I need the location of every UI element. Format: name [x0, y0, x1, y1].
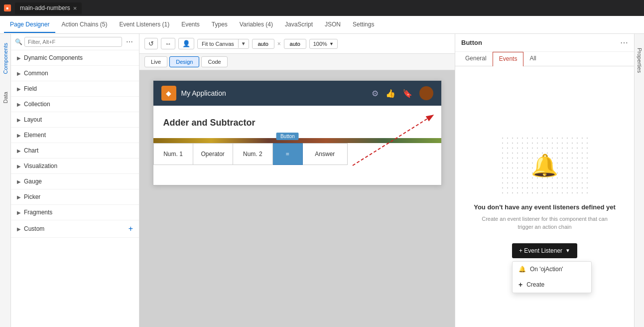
list-item-element[interactable]: ▶ Element	[11, 128, 139, 143]
list-item-gauge[interactable]: ▶ Gauge	[11, 174, 139, 189]
form-row: Num. 1 Operator Num. 2 Button = Answer	[153, 143, 441, 165]
data-tab-label[interactable]: Data	[1, 88, 9, 107]
chevron-right-icon: ▶	[17, 210, 21, 215]
file-icon: ■	[4, 4, 11, 11]
panel-more-icon[interactable]: ⋯	[620, 38, 628, 47]
user-button[interactable]: 👤	[178, 38, 194, 49]
panel-tabs: General Events All	[455, 52, 634, 66]
dropdown-item-create[interactable]: + Create	[513, 277, 591, 293]
list-item-fragments[interactable]: ▶ Fragments	[11, 205, 139, 220]
thumbs-up-icon[interactable]: 👍	[386, 89, 395, 98]
canvas-toolbar: ↺ ↔ 👤 Fit to Canvas ▼ × 100% ▼	[139, 34, 455, 54]
properties-vert-label[interactable]: Properties	[636, 44, 644, 77]
bell-icon: 🔔	[531, 153, 558, 178]
refresh-button[interactable]: ↺	[144, 38, 158, 49]
item-label: Field	[24, 85, 37, 92]
zoom-value: 100%	[313, 41, 327, 47]
form-cell-num1: Num. 1	[153, 143, 193, 165]
chevron-right-icon: ▶	[17, 164, 21, 169]
list-item-visualization[interactable]: ▶ Visualization	[11, 159, 139, 174]
list-item-chart[interactable]: ▶ Chart	[11, 143, 139, 159]
chevron-right-icon: ▶	[17, 55, 21, 61]
item-label: Fragments	[24, 209, 52, 216]
chevron-right-icon: ▶	[17, 133, 21, 138]
dropdown-arrow-icon[interactable]: ▼	[238, 39, 249, 48]
tab-types[interactable]: Types	[206, 17, 234, 33]
more-options-icon[interactable]: ⋯	[124, 37, 135, 47]
item-label: Element	[24, 132, 46, 139]
form-cell-num2: Num. 2	[233, 143, 273, 165]
item-label: Dynamic Components	[24, 54, 83, 61]
dropdown-item-ojaction[interactable]: 🔔 On 'ojAction'	[513, 262, 591, 277]
components-panel: 🔍 ⋯ ▶ Dynamic Components ▶ Common ▶ Fiel…	[11, 34, 139, 327]
item-label: Layout	[24, 116, 42, 123]
canvas-mode-bar: Live Design Code	[139, 54, 455, 70]
file-tab[interactable]: main-add-numbers ×	[15, 2, 82, 14]
item-label: Custom	[24, 225, 44, 232]
item-label: Chart	[24, 147, 38, 154]
tab-page-designer[interactable]: Page Designer	[4, 17, 55, 33]
header-icons: ⚙ 👍 🔖	[372, 86, 433, 100]
tab-variables[interactable]: Variables (4)	[234, 17, 279, 33]
add-custom-icon[interactable]: +	[129, 224, 133, 233]
close-icon[interactable]: ×	[73, 4, 77, 12]
app-name: My Application	[181, 89, 226, 97]
canvas-area: ↺ ↔ 👤 Fit to Canvas ▼ × 100% ▼ Live Desi…	[139, 34, 455, 327]
tab-general[interactable]: General	[459, 52, 493, 66]
navigate-button[interactable]: ↔	[161, 38, 175, 49]
button-label: + Event Listener	[519, 247, 562, 254]
width-input[interactable]	[252, 39, 274, 49]
tab-all[interactable]: All	[523, 52, 542, 66]
gear-icon[interactable]: ⚙	[372, 89, 379, 98]
tab-action-chains[interactable]: Action Chains (5)	[55, 17, 113, 33]
right-panel-header: Button ⋯	[455, 34, 634, 52]
tab-settings[interactable]: Settings	[347, 17, 380, 33]
panel-title: Button	[461, 39, 482, 46]
list-item-common[interactable]: ▶ Common	[11, 66, 139, 81]
button-cell[interactable]: Button =	[273, 143, 303, 165]
code-mode-button[interactable]: Code	[201, 56, 227, 67]
button-label-badge: Button	[276, 133, 299, 140]
live-mode-button[interactable]: Live	[144, 56, 167, 67]
zoom-arrow-icon: ▼	[329, 41, 334, 46]
bell-illustration: 🔔	[500, 136, 590, 195]
components-tab-label[interactable]: Components	[1, 39, 9, 78]
canvas-content: ◆ My Application ⚙ 👍 🔖 Adder and Subtrac…	[139, 70, 455, 327]
list-item-picker[interactable]: ▶ Picker	[11, 189, 139, 205]
event-listener-dropdown: 🔔 On 'ojAction' + Create	[512, 261, 592, 293]
add-event-listener-button[interactable]: + Event Listener ▼	[512, 243, 577, 258]
chevron-right-icon: ▶	[17, 194, 21, 200]
search-bar: 🔍 ⋯	[11, 34, 139, 50]
chevron-right-icon: ▶	[17, 148, 21, 154]
tab-javascript[interactable]: JavaScript	[279, 17, 319, 33]
tab-event-listeners[interactable]: Event Listeners (1)	[113, 17, 175, 33]
app-logo: ◆ My Application	[161, 86, 226, 101]
design-mode-button[interactable]: Design	[169, 56, 199, 67]
list-item-custom[interactable]: ▶ Custom +	[11, 220, 139, 238]
dimension-separator: ×	[277, 40, 281, 47]
height-input[interactable]	[284, 39, 306, 49]
tab-json[interactable]: JSON	[319, 17, 347, 33]
chevron-right-icon: ▶	[17, 86, 21, 92]
tab-events[interactable]: Events	[175, 17, 206, 33]
app-header: ◆ My Application ⚙ 👍 🔖	[153, 81, 441, 106]
app-frame: ◆ My Application ⚙ 👍 🔖 Adder and Subtrac…	[153, 80, 442, 185]
bell-small-icon: 🔔	[518, 266, 526, 273]
fit-to-canvas-dropdown[interactable]: Fit to Canvas ▼	[197, 39, 249, 49]
bookmark-icon[interactable]: 🔖	[402, 89, 412, 98]
component-list: ▶ Dynamic Components ▶ Common ▶ Field ▶ …	[11, 50, 139, 327]
search-input[interactable]	[24, 37, 122, 47]
tab-events[interactable]: Events	[493, 52, 524, 66]
list-item-layout[interactable]: ▶ Layout	[11, 112, 139, 128]
dropdown-arrow-icon: ▼	[565, 248, 570, 253]
sidebar-labels: Components Data	[0, 34, 11, 327]
zoom-dropdown[interactable]: 100% ▼	[309, 39, 338, 49]
list-item-dynamic[interactable]: ▶ Dynamic Components	[11, 50, 139, 66]
avatar[interactable]	[419, 86, 433, 100]
app-body: Adder and Subtractor	[153, 106, 441, 128]
list-item-collection[interactable]: ▶ Collection	[11, 97, 139, 112]
item-label: Gauge	[24, 178, 42, 185]
panel-content: 🔔 You don't have any event listeners def…	[455, 66, 634, 327]
list-item-field[interactable]: ▶ Field	[11, 81, 139, 97]
form-cell-operator: Operator	[193, 143, 233, 165]
